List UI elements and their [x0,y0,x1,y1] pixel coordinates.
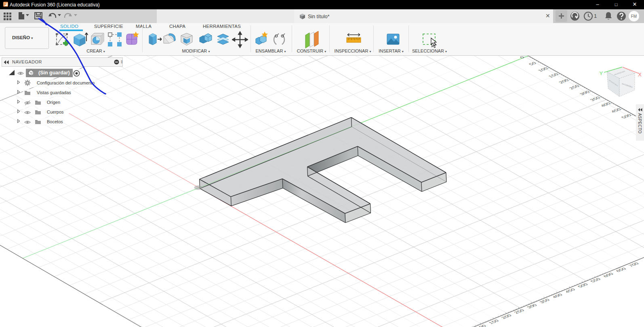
svg-text:Y: Y [600,70,603,76]
svg-text:X: X [638,72,642,78]
